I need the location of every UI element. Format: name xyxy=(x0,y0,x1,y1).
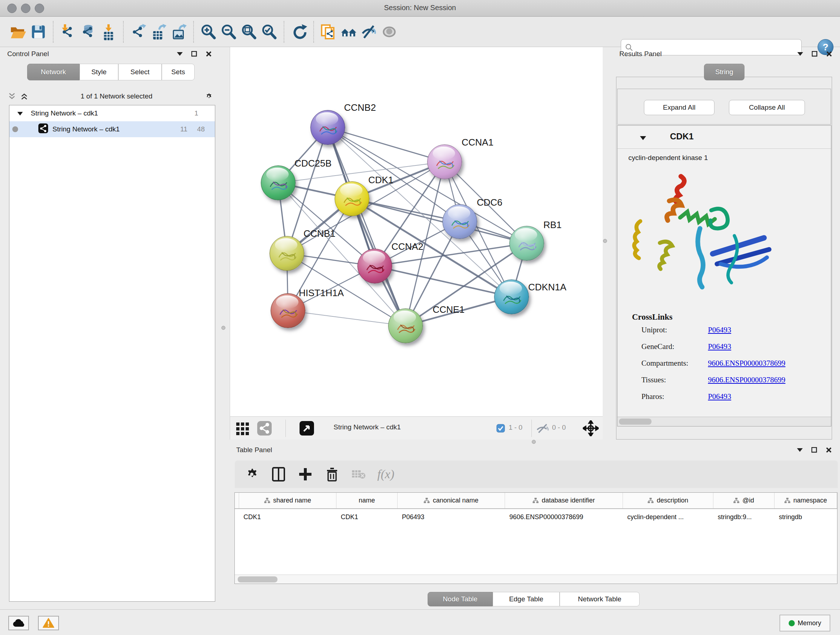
save-button[interactable] xyxy=(28,20,49,43)
edge-CCNA2-CDKN1A[interactable] xyxy=(375,266,512,297)
cell-canonical-name[interactable]: P06493 xyxy=(398,510,505,524)
expand-all-button[interactable]: Expand All xyxy=(644,100,714,115)
selected-checkbox-icon[interactable] xyxy=(496,424,505,434)
crosslink-link[interactable]: 9606.ENSP00000378699 xyxy=(708,359,785,368)
panel-menu-icon[interactable] xyxy=(796,50,804,58)
refresh-button[interactable] xyxy=(289,20,309,43)
column-type-icon xyxy=(424,498,430,504)
crosslink-link[interactable]: 9606.ENSP00000378699 xyxy=(708,375,785,385)
collection-expand-icon[interactable] xyxy=(17,109,23,117)
zoom-in-button[interactable] xyxy=(198,20,218,43)
panel-float-icon[interactable] xyxy=(190,50,198,58)
network-row[interactable]: String Network – cdk1 11 48 xyxy=(9,121,215,137)
column-header-namespace[interactable]: namespace xyxy=(775,493,837,508)
network-collection-row[interactable]: String Network – cdk1 1 xyxy=(9,105,215,121)
panel-float-icon[interactable] xyxy=(811,50,819,58)
export-table-button[interactable] xyxy=(148,20,169,43)
import-network-button[interactable] xyxy=(58,20,78,43)
node-CDC25B[interactable] xyxy=(261,165,295,200)
right-splitter-handle[interactable] xyxy=(603,239,607,243)
gear-icon[interactable] xyxy=(205,92,213,100)
cell-namespace[interactable]: stringdb xyxy=(775,510,837,524)
collapse-all-icon[interactable] xyxy=(8,92,16,100)
panel-close-icon[interactable] xyxy=(205,50,213,58)
zoom-out-button[interactable] xyxy=(218,20,239,43)
table-hscrollbar[interactable] xyxy=(235,575,837,584)
node-CDC6[interactable] xyxy=(442,204,477,239)
panel-menu-icon[interactable] xyxy=(796,446,804,454)
cell--id[interactable]: stringdb:9... xyxy=(714,510,775,524)
show-all-button[interactable] xyxy=(379,20,399,43)
copy-session-button[interactable] xyxy=(318,20,339,43)
crosslink-link[interactable]: P06493 xyxy=(708,392,731,401)
table-row[interactable]: CDK1CDK1P064939606.ENSP00000378699cyclin… xyxy=(235,510,837,524)
results-hscrollbar[interactable] xyxy=(617,417,831,426)
add-column-icon[interactable] xyxy=(297,466,314,483)
column-header-shared-name[interactable]: shared name xyxy=(239,493,336,508)
results-hscroll-thumb[interactable] xyxy=(619,418,652,424)
node-CDK1[interactable] xyxy=(335,181,369,216)
edge-HIST1H1A-CCNE1[interactable] xyxy=(288,310,406,326)
tab-style[interactable]: Style xyxy=(80,64,118,80)
horizontal-splitter-handle[interactable] xyxy=(532,440,536,444)
panel-float-icon[interactable] xyxy=(810,446,818,454)
cell-name[interactable]: CDK1 xyxy=(336,510,398,524)
import-database-button[interactable] xyxy=(78,20,98,43)
column-header--id[interactable]: @id xyxy=(714,493,775,508)
show-all-icon xyxy=(381,24,398,40)
crosslink-link[interactable]: P06493 xyxy=(708,325,731,334)
node-CDKN1A[interactable] xyxy=(494,279,529,314)
tab-string[interactable]: String xyxy=(704,64,745,80)
zoom-fit-button[interactable] xyxy=(239,20,259,43)
collapse-all-button[interactable]: Collapse All xyxy=(729,100,805,115)
column-header-description[interactable]: description xyxy=(623,493,714,508)
cloud-button[interactable] xyxy=(8,616,29,630)
column-header-name[interactable]: name xyxy=(336,493,398,508)
panel-menu-icon[interactable] xyxy=(176,50,184,58)
cell-description[interactable]: cyclin-dependent ... xyxy=(623,510,714,524)
tab-network-table[interactable]: Network Table xyxy=(560,592,639,606)
open-folder-button[interactable] xyxy=(8,20,28,43)
node-RB1[interactable] xyxy=(509,226,544,261)
tab-sets[interactable]: Sets xyxy=(162,64,195,80)
tab-edge-table[interactable]: Edge Table xyxy=(493,592,560,606)
network-canvas[interactable]: CCNB2CCNA1CDC25BCDK1CDC6RB1CCNB1CCNA2CDK… xyxy=(230,47,603,416)
gene-card-header[interactable]: CDK1 xyxy=(617,126,831,149)
always-show-graphics-icon[interactable] xyxy=(299,420,315,438)
grid-view-icon[interactable] xyxy=(235,421,250,437)
collapse-triangle-icon[interactable] xyxy=(640,135,646,141)
panel-close-icon[interactable] xyxy=(825,446,833,454)
share-view-icon[interactable] xyxy=(256,420,272,438)
column-header-canonical-name[interactable]: canonical name xyxy=(398,493,505,508)
memory-button[interactable]: Memory xyxy=(780,615,830,631)
delete-column-icon[interactable] xyxy=(324,466,340,483)
cell-database-identifier[interactable]: 9606.ENSP00000378699 xyxy=(505,510,623,524)
crosslink-link[interactable]: P06493 xyxy=(708,342,731,351)
panel-close-icon[interactable] xyxy=(825,50,833,58)
tab-network[interactable]: Network xyxy=(27,64,80,80)
node-CCNA2[interactable] xyxy=(357,249,392,283)
zoom-selected-button[interactable] xyxy=(259,20,279,43)
hide-selected-button[interactable] xyxy=(359,20,379,43)
table-hscroll-thumb[interactable] xyxy=(238,576,278,583)
node-CCNB2[interactable] xyxy=(310,110,345,145)
expand-all-icon[interactable] xyxy=(20,92,28,100)
export-image-button[interactable] xyxy=(169,20,189,43)
tab-select[interactable]: Select xyxy=(118,64,162,80)
hidden-eye-icon[interactable] xyxy=(536,423,549,435)
import-table-button[interactable] xyxy=(98,20,118,43)
left-splitter-handle[interactable] xyxy=(221,326,225,330)
first-neighbors-button[interactable] xyxy=(339,20,359,43)
edge-CCNB2-CCNA1[interactable] xyxy=(328,127,445,162)
export-network-button[interactable] xyxy=(128,20,148,43)
column-header-database-identifier[interactable]: database identifier xyxy=(505,493,623,508)
cell-shared-name[interactable]: CDK1 xyxy=(239,510,336,524)
warnings-button[interactable] xyxy=(38,616,59,630)
node-CCNB1[interactable] xyxy=(270,236,304,271)
tab-node-table[interactable]: Node Table xyxy=(428,592,493,606)
node-CCNE1[interactable] xyxy=(388,309,423,343)
table-gear-icon[interactable] xyxy=(243,466,260,483)
birds-eye-icon[interactable] xyxy=(583,420,599,438)
show-columns-icon[interactable] xyxy=(270,466,287,483)
node-CCNA1[interactable] xyxy=(427,144,462,179)
